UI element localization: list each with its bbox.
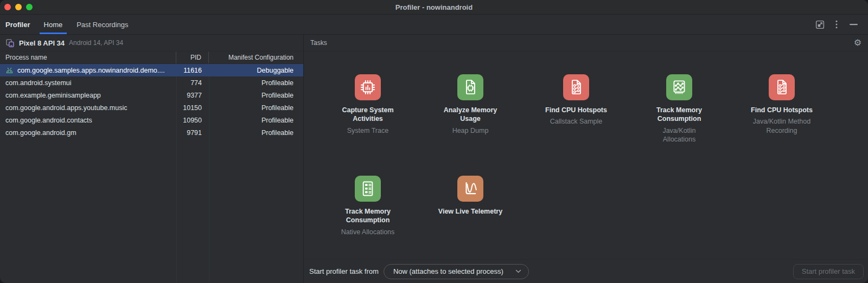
task-view-live-telemetry[interactable]: View Live Telemetry xyxy=(432,176,508,216)
virtual-device-icon xyxy=(5,38,15,48)
task-title: Track Memory Consumption xyxy=(332,207,404,225)
task-title: Capture System Activities xyxy=(332,106,404,124)
process-manifest: Profileable xyxy=(209,117,303,124)
task-native-allocations[interactable]: Track Memory ConsumptionNative Allocatio… xyxy=(330,176,406,236)
tasks-panel: Tasks ⚙ Capture System ActivitiesSystem … xyxy=(304,35,868,283)
task-subtitle: Heap Dump xyxy=(452,126,489,135)
process-pid: 10150 xyxy=(176,104,209,112)
task-title: Analyze Memory Usage xyxy=(435,106,506,124)
doc-graph-icon xyxy=(769,74,795,100)
tab-past-recordings[interactable]: Past Recordings xyxy=(69,15,135,34)
kebab-menu-icon[interactable] xyxy=(832,20,841,29)
title-bar: Profiler - nowinandroid xyxy=(0,0,868,15)
process-name-cell: com.google.samples.apps.nowinandroid.dem… xyxy=(0,67,176,74)
traffic-lights xyxy=(0,4,33,10)
tab-bar-actions xyxy=(815,15,858,34)
device-graph-icon xyxy=(666,74,692,100)
doc-graph-icon xyxy=(563,74,589,100)
column-manifest-configuration[interactable]: Manifest Configuration xyxy=(209,52,303,63)
task-subtitle: Native Allocations xyxy=(341,228,395,236)
tasks-grid: Capture System ActivitiesSystem Trace An… xyxy=(304,52,868,259)
process-manifest: Profileable xyxy=(209,92,303,99)
start-profiler-task-button[interactable]: Start profiler task xyxy=(793,264,864,279)
start-from-dropdown[interactable]: Now (attaches to selected process) xyxy=(384,264,529,279)
process-pid: 10950 xyxy=(176,117,209,124)
process-row[interactable]: com.google.samples.apps.nowinandroid.dem… xyxy=(0,64,303,76)
process-row[interactable]: com.android.systemui774Profileable xyxy=(0,76,303,89)
tasks-footer: Start profiler task from Now (attaches t… xyxy=(304,259,868,283)
process-row[interactable]: com.google.android.gm9791Profileable xyxy=(0,126,303,139)
process-name-cell: com.google.android.contacts xyxy=(0,117,176,124)
hide-panel-icon[interactable] xyxy=(848,20,858,29)
process-manifest: Profileable xyxy=(209,104,303,112)
open-in-new-window-icon[interactable] xyxy=(815,20,825,29)
chip-bars-icon xyxy=(355,74,381,100)
task-subtitle: Java/Kotlin Allocations xyxy=(648,126,710,144)
task-callstack-sample[interactable]: Find CPU HotspotsCallstack Sample xyxy=(538,74,614,126)
main-area: Pixel 8 API 34 Android 14, API 34 Proces… xyxy=(0,35,868,283)
tab-bar: Profiler Home Past Recordings xyxy=(0,15,868,35)
doc-list-icon xyxy=(355,176,381,202)
process-row[interactable]: com.google.android.apps.youtube.music101… xyxy=(0,101,303,114)
process-name: com.google.samples.apps.nowinandroid.dem… xyxy=(17,67,165,74)
process-table-body: com.google.samples.apps.nowinandroid.dem… xyxy=(0,64,303,283)
process-pid: 9791 xyxy=(176,129,209,137)
doc-chip-icon xyxy=(457,74,483,100)
process-manifest: Profileable xyxy=(209,79,303,87)
task-subtitle: Callstack Sample xyxy=(550,117,603,126)
task-system-trace[interactable]: Capture System ActivitiesSystem Trace xyxy=(330,74,406,135)
task-subtitle: Java/Kotlin Method Recording xyxy=(751,117,813,135)
task-java-kotlin-allocations[interactable]: Track Memory ConsumptionJava/Kotlin Allo… xyxy=(641,74,717,144)
process-name: com.android.systemui xyxy=(5,79,72,87)
process-name-cell: com.google.android.apps.youtube.music xyxy=(0,104,176,112)
device-header[interactable]: Pixel 8 API 34 Android 14, API 34 xyxy=(0,35,303,52)
window-title: Profiler - nowinandroid xyxy=(0,3,868,11)
process-row[interactable]: com.example.geminisampleapp9377Profileab… xyxy=(0,89,303,101)
process-name: com.google.android.contacts xyxy=(5,117,92,124)
column-pid[interactable]: PID xyxy=(176,52,209,63)
process-pid: 774 xyxy=(176,79,209,87)
task-java-kotlin-method-recording[interactable]: Find CPU HotspotsJava/Kotlin Method Reco… xyxy=(744,74,820,135)
task-title: View Live Telemetry xyxy=(438,207,502,216)
tasks-title: Tasks xyxy=(310,39,327,47)
process-name: com.google.android.apps.youtube.music xyxy=(5,104,127,112)
profiler-label: Profiler xyxy=(5,15,30,34)
tasks-header: Tasks ⚙ xyxy=(304,35,868,52)
chevron-down-icon xyxy=(515,269,521,273)
device-name: Pixel 8 API 34 xyxy=(19,39,65,47)
profiler-window: Profiler - nowinandroid Profiler Home Pa… xyxy=(0,0,868,283)
process-pid: 9377 xyxy=(176,92,209,99)
tab-home[interactable]: Home xyxy=(37,15,70,34)
task-title: Find CPU Hotspots xyxy=(751,106,813,114)
process-manifest: Profileable xyxy=(209,129,303,137)
column-process-name[interactable]: Process name xyxy=(0,52,176,63)
start-from-label: Start profiler task from xyxy=(309,267,379,275)
process-name-cell: com.android.systemui xyxy=(0,79,176,87)
process-pid: 11616 xyxy=(176,67,209,74)
start-from-dropdown-value: Now (attaches to selected process) xyxy=(393,267,503,275)
minimize-window-button[interactable] xyxy=(15,4,22,10)
process-table-header: Process name PID Manifest Configuration xyxy=(0,52,303,64)
process-name: com.google.android.gm xyxy=(5,129,76,137)
task-title: Track Memory Consumption xyxy=(643,106,715,124)
task-title: Find CPU Hotspots xyxy=(545,106,607,114)
process-name-cell: com.example.geminisampleapp xyxy=(0,92,176,99)
telemetry-icon xyxy=(457,176,483,202)
android-icon xyxy=(5,67,14,74)
task-subtitle: System Trace xyxy=(347,126,388,135)
process-name: com.example.geminisampleapp xyxy=(5,92,101,99)
process-panel: Pixel 8 API 34 Android 14, API 34 Proces… xyxy=(0,35,304,283)
process-row[interactable]: com.google.android.contacts10950Profilea… xyxy=(0,114,303,126)
zoom-window-button[interactable] xyxy=(26,4,33,10)
task-heap-dump[interactable]: Analyze Memory UsageHeap Dump xyxy=(432,74,508,135)
process-name-cell: com.google.android.gm xyxy=(0,129,176,137)
gear-icon[interactable]: ⚙ xyxy=(854,38,861,47)
close-window-button[interactable] xyxy=(4,4,11,10)
device-details: Android 14, API 34 xyxy=(69,39,123,47)
process-manifest: Debuggable xyxy=(209,67,303,74)
